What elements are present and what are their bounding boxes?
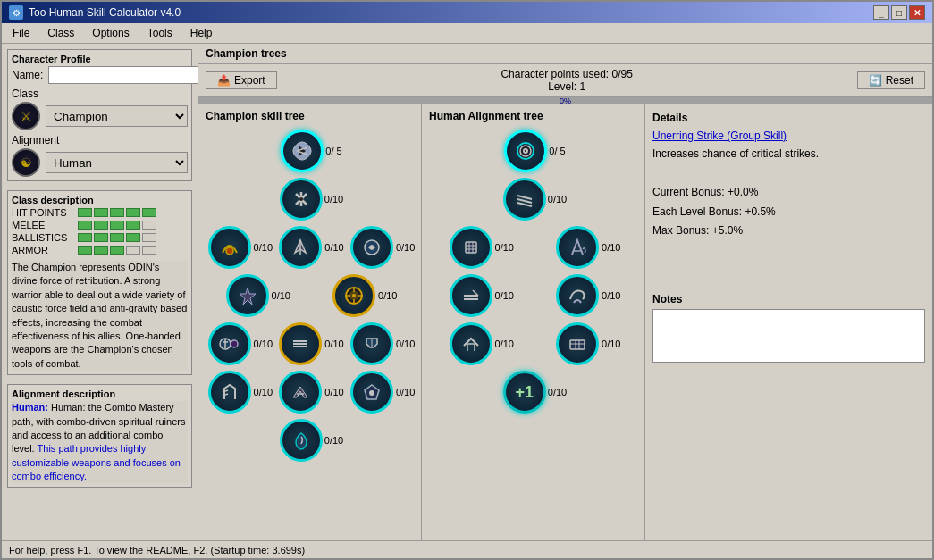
bar-seg xyxy=(110,221,124,230)
bar-seg-empty xyxy=(142,246,156,255)
class-select[interactable]: Champion xyxy=(46,105,188,127)
champion-row-1: 0/ 5 xyxy=(202,130,417,172)
champion-node-group-4b: 0/10 xyxy=(332,274,397,317)
champion-count-12: 0/10 xyxy=(324,387,343,397)
close-button[interactable]: ✕ xyxy=(909,5,925,20)
human-row-2: 0/10 xyxy=(425,178,641,221)
champion-row-6: 0/10 0/10 xyxy=(202,371,417,414)
alignment-description-section: Alignment description Human: Human: the … xyxy=(7,384,192,488)
maximize-button[interactable]: □ xyxy=(891,5,907,20)
champion-skill-node-12[interactable] xyxy=(279,371,322,414)
champion-skill-node-9[interactable] xyxy=(279,322,322,365)
bar-seg-empty xyxy=(142,221,156,230)
human-skill-node-4[interactable] xyxy=(556,226,599,269)
human-count-4: 0/10 xyxy=(602,242,620,253)
human-count-9: 0/10 xyxy=(548,387,567,397)
each-level-bonus: Each Level Bonus: +0.5% xyxy=(652,203,925,222)
bar-seg xyxy=(110,246,124,255)
current-bonus: Current Bonus: +0.0% xyxy=(652,183,925,203)
champion-count-11: 0/10 xyxy=(254,387,273,397)
export-button[interactable]: 📤 Export xyxy=(206,71,277,89)
plus-one-icon: +1 xyxy=(516,383,534,402)
details-panel: Details Unerring Strike (Group Skill) In… xyxy=(645,104,932,540)
bar-seg xyxy=(110,208,124,217)
champion-node-group-5a: 0/10 xyxy=(208,322,273,365)
reset-button[interactable]: 🔄 Reset xyxy=(857,71,925,89)
minimize-button[interactable]: _ xyxy=(873,5,889,20)
svg-rect-18 xyxy=(293,346,307,347)
champion-skill-node-6[interactable] xyxy=(226,274,269,317)
champion-skill-node-5[interactable] xyxy=(350,226,393,269)
human-skill-node-9[interactable]: +1 xyxy=(503,371,546,414)
svg-rect-36 xyxy=(570,340,585,349)
champion-count-7: 0/10 xyxy=(378,290,397,301)
svg-rect-29 xyxy=(466,242,476,253)
menu-tools[interactable]: Tools xyxy=(140,25,180,41)
main-content: Character Profile Name: Class ⚔ Champion xyxy=(2,44,932,540)
champion-skill-node-14[interactable] xyxy=(280,419,323,462)
menu-options[interactable]: Options xyxy=(85,25,136,41)
human-node-group-5a: 0/10 xyxy=(450,322,514,365)
stat-hp-bars xyxy=(78,208,156,217)
progress-bar-container: 0% xyxy=(198,97,932,104)
human-skill-node-2[interactable] xyxy=(503,178,546,221)
champion-skill-node-3[interactable] xyxy=(208,226,251,269)
champion-node-group-6a: 0/10 xyxy=(208,371,273,414)
champion-skill-node-10[interactable] xyxy=(350,322,393,365)
stat-row-ballistics: BALLISTICS xyxy=(12,232,188,243)
champion-skill-node-8[interactable] xyxy=(208,322,251,365)
human-node-group-4b: 0/10 xyxy=(556,274,620,317)
notes-input[interactable] xyxy=(652,309,925,363)
max-bonus: Max Bonus: +5.0% xyxy=(652,221,925,241)
name-input[interactable] xyxy=(48,66,208,84)
human-skill-node-7[interactable] xyxy=(450,322,492,365)
menu-file[interactable]: File xyxy=(5,25,37,41)
alignment-select[interactable]: Human xyxy=(46,152,188,173)
skill-name-link[interactable]: Unerring Strike (Group Skill) xyxy=(652,130,925,142)
human-skill-node-1[interactable] xyxy=(504,130,547,172)
human-skill-node-3[interactable] xyxy=(450,226,492,269)
menu-help[interactable]: Help xyxy=(183,25,220,41)
champion-skill-node-2[interactable] xyxy=(280,178,323,221)
champion-skill-node-11[interactable] xyxy=(208,371,251,414)
champion-skill-node-7[interactable] xyxy=(332,274,375,317)
alignment-icon: ☯ xyxy=(12,148,40,177)
stat-bars: HIT POINTS MELEE xyxy=(12,207,188,255)
status-text: For help, press F1. To view the README, … xyxy=(9,545,305,556)
human-count-8: 0/10 xyxy=(602,339,620,349)
bar-seg xyxy=(78,221,92,230)
svg-point-4 xyxy=(226,247,233,255)
champion-skill-node-1[interactable] xyxy=(281,130,324,172)
name-row: Name: xyxy=(12,66,188,84)
bar-seg xyxy=(94,221,108,230)
human-skill-node-8[interactable] xyxy=(556,322,599,365)
champion-node-group-6c: 0/10 xyxy=(350,371,415,414)
human-alignment-tree: Human Alignment tree xyxy=(422,104,645,540)
stat-row-armor: ARMOR xyxy=(12,245,188,255)
champion-skill-node-13[interactable] xyxy=(350,371,393,414)
progress-text: 0% xyxy=(198,96,932,105)
bar-seg xyxy=(78,246,92,255)
stat-hp-label: HIT POINTS xyxy=(12,207,74,218)
svg-rect-16 xyxy=(293,340,307,342)
alignment-description-text: Human: Human: the Combo Mastery path, wi… xyxy=(12,401,188,483)
class-desc-label: Class description xyxy=(12,195,188,205)
human-tree-grid: 0/ 5 0/10 xyxy=(425,130,641,531)
menu-class[interactable]: Class xyxy=(40,25,81,41)
human-skill-node-6[interactable] xyxy=(556,274,599,317)
human-skill-node-5[interactable] xyxy=(450,274,492,317)
svg-line-28 xyxy=(517,203,532,206)
export-icon: 📤 xyxy=(217,74,231,87)
champion-row-4: 0/10 xyxy=(202,274,417,317)
left-panel: Character Profile Name: Class ⚔ Champion xyxy=(2,44,198,540)
human-count-2: 0/10 xyxy=(548,194,567,205)
champion-node-group-5c: 0/10 xyxy=(350,322,415,365)
character-profile-label: Character Profile xyxy=(12,54,188,64)
bar-seg-empty xyxy=(142,233,156,242)
human-node-group-4a: 0/10 xyxy=(450,274,514,317)
window-title: Too Human Skill Calculator v4.0 xyxy=(29,6,181,19)
champion-skill-tree: Champion skill tree 0/ 5 xyxy=(198,104,422,540)
champion-count-9: 0/10 xyxy=(324,339,343,349)
skill-stats: Current Bonus: +0.0% Each Level Bonus: +… xyxy=(652,183,925,241)
champion-skill-node-4[interactable] xyxy=(279,226,322,269)
